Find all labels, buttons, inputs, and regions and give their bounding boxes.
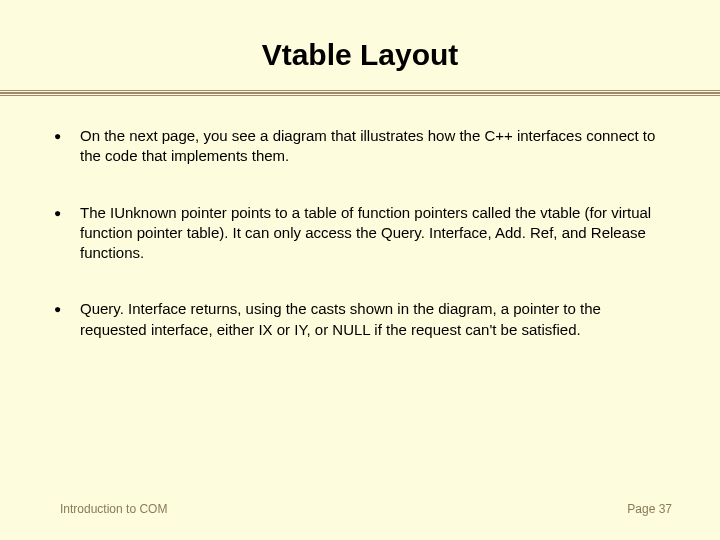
list-item: ● The IUnknown pointer points to a table… xyxy=(50,203,670,264)
list-item: ● On the next page, you see a diagram th… xyxy=(50,126,670,167)
footer: Introduction to COM Page 37 xyxy=(0,502,720,516)
slide: Vtable Layout ● On the next page, you se… xyxy=(0,0,720,540)
content-area: ● On the next page, you see a diagram th… xyxy=(0,96,720,340)
bullet-text: On the next page, you see a diagram that… xyxy=(80,126,670,167)
bullet-icon: ● xyxy=(50,299,80,316)
list-item: ● Query. Interface returns, using the ca… xyxy=(50,299,670,340)
footer-page-number: Page 37 xyxy=(627,502,672,516)
footer-left-text: Introduction to COM xyxy=(60,502,167,516)
slide-title: Vtable Layout xyxy=(0,0,720,90)
bullet-icon: ● xyxy=(50,203,80,220)
bullet-text: Query. Interface returns, using the cast… xyxy=(80,299,670,340)
bullet-icon: ● xyxy=(50,126,80,143)
bullet-text: The IUnknown pointer points to a table o… xyxy=(80,203,670,264)
title-divider xyxy=(0,90,720,96)
